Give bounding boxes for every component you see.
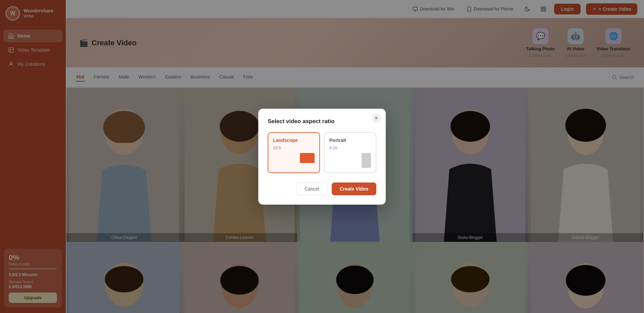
modal-close-button[interactable]: ✕ (372, 113, 381, 123)
create-video-modal-button[interactable]: Create Video (332, 182, 376, 195)
ratio-options: Landscope 16:9 Portrait 9:16 (268, 132, 376, 173)
portrait-shape (362, 153, 371, 168)
modal-title: Select video aspect ratio (268, 118, 376, 125)
aspect-ratio-modal: ✕ Select video aspect ratio Landscope 16… (258, 109, 386, 205)
portrait-ratio-icon (329, 153, 371, 168)
landscape-shape (300, 153, 315, 163)
modal-overlay[interactable]: ✕ Select video aspect ratio Landscope 16… (0, 0, 644, 313)
modal-actions: Cancel Create Video (268, 182, 376, 195)
ratio-card-portrait[interactable]: Portrait 9:16 (324, 132, 376, 173)
ratio-card-landscape[interactable]: Landscope 16:9 (268, 132, 320, 173)
cancel-button[interactable]: Cancel (296, 182, 328, 195)
landscape-ratio-icon (273, 153, 315, 163)
